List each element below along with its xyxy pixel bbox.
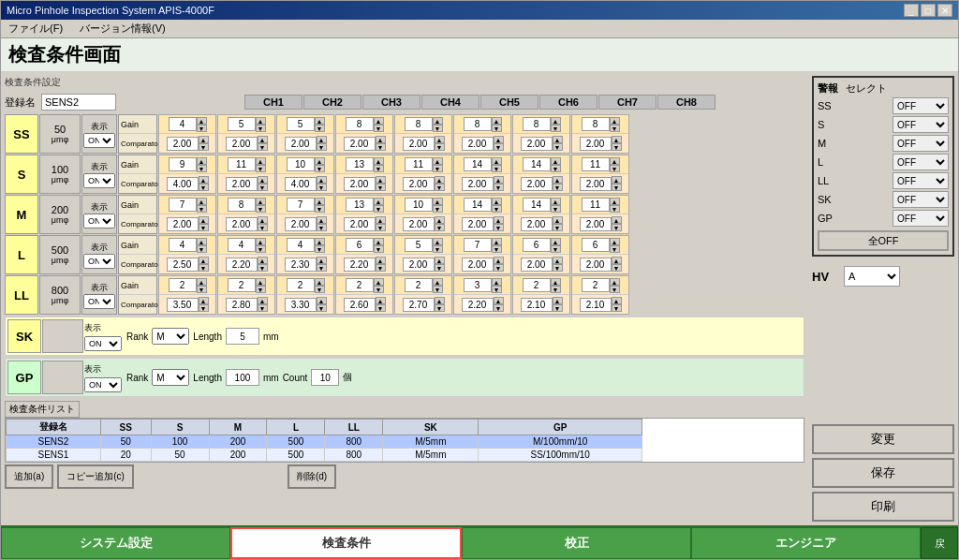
comp-input-ss-ch2[interactable] [226, 137, 258, 151]
comp-input-m-ch3[interactable] [285, 217, 317, 231]
comp-dn-ss-ch2[interactable]: ▼ [258, 143, 268, 151]
comp-dn-m-ch8[interactable]: ▼ [612, 224, 622, 231]
gain-input-l-ch1[interactable] [169, 238, 197, 252]
alert-select-sk[interactable]: OFFON [893, 191, 949, 208]
comp-input-ll-ch4[interactable] [344, 298, 376, 312]
comp-dn-ll-ch5[interactable]: ▼ [435, 304, 445, 312]
comp-up-s-ch2[interactable]: ▲ [258, 176, 268, 184]
tab-system-settings[interactable]: システム設定 [1, 527, 230, 559]
gain-input-m-ch4[interactable] [346, 198, 374, 212]
gp-length-input[interactable] [226, 369, 259, 386]
gain-dn-m-ch2[interactable]: ▼ [256, 205, 266, 213]
gain-input-ss-ch1[interactable] [169, 117, 197, 131]
delete-button[interactable]: 削除(d) [288, 464, 336, 489]
comp-input-m-ch2[interactable] [226, 217, 258, 231]
comp-up-s-ch8[interactable]: ▲ [612, 176, 622, 184]
gain-dn-l-ch1[interactable]: ▼ [197, 245, 207, 253]
gain-dn-m-ch7[interactable]: ▼ [551, 205, 561, 213]
gain-dn-s-ch8[interactable]: ▼ [610, 165, 620, 172]
comp-input-ss-ch1[interactable] [167, 137, 199, 151]
comp-up-l-ch4[interactable]: ▲ [376, 257, 386, 264]
gain-up-s-ch4[interactable]: ▲ [374, 157, 384, 165]
comp-dn-s-ch1[interactable]: ▼ [199, 184, 209, 191]
gain-dn-m-ch4[interactable]: ▼ [374, 205, 384, 213]
gain-up-ll-ch6[interactable]: ▲ [492, 278, 502, 286]
comp-up-ll-ch3[interactable]: ▲ [317, 297, 327, 304]
gain-dn-ll-ch7[interactable]: ▼ [551, 286, 561, 293]
comp-input-m-ch4[interactable] [344, 217, 376, 231]
gain-input-ll-ch7[interactable] [523, 278, 551, 292]
comp-dn-ss-ch6[interactable]: ▼ [494, 143, 504, 151]
comp-dn-m-ch1[interactable]: ▼ [199, 224, 209, 231]
comp-input-ll-ch8[interactable] [580, 298, 612, 312]
gain-input-m-ch5[interactable] [405, 198, 433, 212]
gain-dn-ss-ch1[interactable]: ▼ [197, 125, 207, 132]
gain-dn-s-ch1[interactable]: ▼ [197, 165, 207, 172]
gain-dn-l-ch3[interactable]: ▼ [315, 245, 325, 253]
alert-select-gp[interactable]: OFFON [893, 210, 949, 227]
comp-up-s-ch5[interactable]: ▲ [435, 176, 445, 184]
comp-up-l-ch7[interactable]: ▲ [553, 257, 563, 264]
gain-dn-m-ch3[interactable]: ▼ [315, 205, 325, 213]
gain-dn-l-ch2[interactable]: ▼ [256, 245, 266, 253]
comp-up-ll-ch1[interactable]: ▲ [199, 297, 209, 304]
display-select-s[interactable]: ONOFF [83, 173, 115, 188]
gain-up-s-ch7[interactable]: ▲ [551, 157, 561, 165]
comp-dn-s-ch2[interactable]: ▼ [258, 184, 268, 191]
alert-select-m[interactable]: OFFON [893, 135, 949, 152]
gain-dn-m-ch8[interactable]: ▼ [610, 205, 620, 213]
menu-version[interactable]: バージョン情報(V) [76, 22, 170, 36]
gain-input-l-ch6[interactable] [464, 238, 492, 252]
comp-up-ss-ch8[interactable]: ▲ [612, 136, 622, 143]
gain-up-l-ch7[interactable]: ▲ [551, 238, 561, 245]
gain-dn-ss-ch5[interactable]: ▼ [433, 125, 443, 132]
gain-input-ss-ch2[interactable] [228, 117, 256, 131]
comp-dn-s-ch3[interactable]: ▼ [317, 184, 327, 191]
gain-up-ss-ch5[interactable]: ▲ [433, 117, 443, 125]
gain-input-s-ch2[interactable] [228, 157, 256, 171]
list-row[interactable]: SENS250100200500800M/5mmM/100mm/10 [7, 435, 642, 449]
comp-up-ss-ch6[interactable]: ▲ [494, 136, 504, 143]
gain-input-ll-ch5[interactable] [405, 278, 433, 292]
gain-input-l-ch5[interactable] [405, 238, 433, 252]
gain-up-ss-ch3[interactable]: ▲ [315, 117, 325, 125]
gain-up-ll-ch5[interactable]: ▲ [433, 278, 443, 286]
gain-input-ss-ch4[interactable] [346, 117, 374, 131]
gain-dn-ss-ch3[interactable]: ▼ [315, 125, 325, 132]
comp-input-l-ch4[interactable] [344, 258, 376, 272]
comp-up-l-ch1[interactable]: ▲ [199, 257, 209, 264]
gain-input-m-ch6[interactable] [464, 198, 492, 212]
alert-select-ss[interactable]: OFFON [893, 97, 949, 114]
comp-up-s-ch7[interactable]: ▲ [553, 176, 563, 184]
gain-up-ll-ch7[interactable]: ▲ [551, 278, 561, 286]
comp-dn-ss-ch1[interactable]: ▼ [199, 143, 209, 151]
menu-file[interactable]: ファイル(F) [5, 22, 66, 36]
comp-input-ll-ch3[interactable] [285, 298, 317, 312]
comp-dn-ss-ch8[interactable]: ▼ [612, 143, 622, 151]
comp-up-m-ch6[interactable]: ▲ [494, 216, 504, 224]
comp-input-ss-ch3[interactable] [285, 137, 317, 151]
comp-input-s-ch2[interactable] [226, 177, 258, 191]
comp-input-s-ch7[interactable] [521, 177, 553, 191]
comp-up-m-ch2[interactable]: ▲ [258, 216, 268, 224]
tab-end-button[interactable]: 戻 [921, 527, 958, 559]
comp-dn-s-ch4[interactable]: ▼ [376, 184, 386, 191]
gain-input-m-ch1[interactable] [169, 198, 197, 212]
save-button[interactable]: 保存 [812, 458, 954, 488]
comp-input-m-ch6[interactable] [462, 217, 494, 231]
comp-up-l-ch8[interactable]: ▲ [612, 257, 622, 264]
gp-display-select[interactable]: ONOFF [84, 377, 122, 392]
comp-up-ll-ch5[interactable]: ▲ [435, 297, 445, 304]
gain-dn-l-ch8[interactable]: ▼ [610, 245, 620, 253]
comp-input-l-ch2[interactable] [226, 258, 258, 272]
comp-input-l-ch6[interactable] [462, 258, 494, 272]
gain-input-ss-ch3[interactable] [287, 117, 315, 131]
gain-dn-l-ch6[interactable]: ▼ [492, 245, 502, 253]
gain-up-l-ch6[interactable]: ▲ [492, 238, 502, 245]
copy-add-button[interactable]: コピー追加(c) [57, 464, 134, 489]
comp-up-ss-ch1[interactable]: ▲ [199, 136, 209, 143]
gain-up-ll-ch4[interactable]: ▲ [374, 278, 384, 286]
comp-input-ll-ch5[interactable] [403, 298, 435, 312]
gain-dn-ll-ch2[interactable]: ▼ [256, 286, 266, 293]
comp-input-s-ch1[interactable] [167, 177, 199, 191]
